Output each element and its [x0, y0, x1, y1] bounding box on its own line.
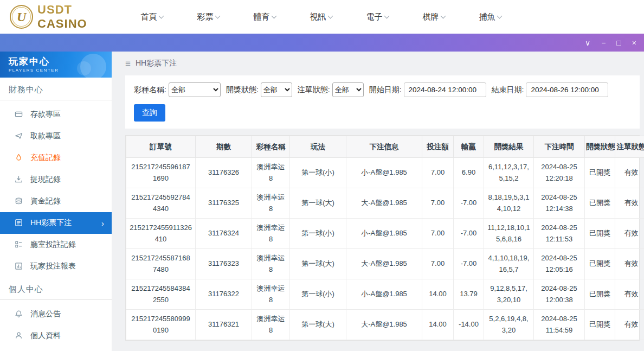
table-cell: 澳洲幸运8 — [252, 219, 290, 249]
table-cell: 第一球(小) — [290, 279, 346, 310]
sidebar-item-cashout[interactable]: 提現記錄 — [0, 169, 112, 190]
recharge-icon — [15, 154, 23, 162]
window-title-bar: ∨ − □ × — [0, 34, 644, 52]
table-cell: 2024-08-25 12:14:38 — [534, 188, 585, 219]
table-cell: 大-A盤@1.985 — [346, 188, 422, 219]
table-header-cell: 注單狀態 — [615, 136, 644, 158]
nav-item[interactable]: 棋牌 — [405, 12, 462, 22]
table-cell: 2152172455927844340 — [126, 188, 196, 219]
sidebar-section-title: 財務中心 — [0, 78, 112, 100]
table-header-cell: 訂單號 — [126, 136, 196, 158]
table-body: 215217245596187169031176326澳洲幸运8第一球(小)小-… — [126, 158, 644, 340]
table-header-cell: 彩種名稱 — [252, 136, 290, 158]
filter-field: 結束日期: — [492, 82, 609, 97]
funds-icon — [15, 197, 23, 206]
table-header-row: 訂單號期數彩種名稱玩法下注信息投注額輸贏開獎結果下注時間開獎狀態注單狀態 — [126, 136, 644, 158]
filter-field: 開獎狀態:全部 — [226, 82, 292, 97]
filter-label: 結束日期: — [492, 85, 524, 95]
window-controls: ∨ − □ × — [585, 39, 636, 47]
sidebar-item-withdraw[interactable]: 取款專區 — [0, 125, 112, 147]
sidebar-item-lottery[interactable]: HH彩票下注› — [0, 212, 112, 234]
table-cell: 14.00 — [422, 279, 454, 310]
table-cell: 有效 — [615, 158, 644, 188]
table-cell: 有效 — [615, 219, 644, 249]
chevron-down-icon — [497, 14, 502, 19]
sidebar-item-bell[interactable]: 消息公告 — [0, 303, 112, 325]
logo-text: USDT CASINO — [37, 3, 124, 31]
filter-field: 開始日期: — [369, 82, 486, 97]
table-cell: 第一球(大) — [290, 249, 346, 279]
sidebar-item-report[interactable]: 玩家投注報表 — [0, 256, 112, 277]
table-cell: 澳洲幸运8 — [252, 158, 290, 188]
nav-item[interactable]: 體育 — [236, 12, 293, 22]
table-cell: 31176324 — [196, 219, 252, 249]
end-date-input[interactable] — [526, 82, 608, 97]
table-header-cell: 玩法 — [290, 136, 346, 158]
table-cell: 6,11,12,3,17,5,15,2 — [484, 158, 534, 188]
sidebar: 玩家中心 PLAYERS CENTER 財務中心存款專區取款專區充值記錄提現記錄… — [0, 52, 112, 351]
chevron-down-icon — [327, 14, 333, 19]
close-icon[interactable]: × — [632, 39, 636, 47]
bet-status-select[interactable]: 全部 — [332, 82, 364, 97]
start-date-input[interactable] — [404, 82, 486, 97]
nav-item-label: 電子 — [366, 12, 383, 22]
sidebar-item-recharge[interactable]: 充值記錄 — [0, 147, 112, 169]
lottery-name-select[interactable]: 全部 — [169, 82, 221, 97]
nav-item[interactable]: 捕魚 — [462, 12, 518, 22]
sidebar-item-user[interactable]: 個人資料 — [0, 325, 112, 347]
minimize-icon[interactable]: − — [601, 39, 606, 47]
draw-status-select[interactable]: 全部 — [261, 82, 292, 97]
table-cell: 已開獎 — [585, 249, 615, 279]
table-cell: 2024-08-25 12:11:53 — [534, 219, 585, 249]
hamburger-menu-icon[interactable]: ≡ — [125, 59, 131, 68]
sidebar-item-label: 資金記錄 — [30, 196, 61, 206]
table-row: 215217245580999019031176321澳洲幸运8第一球(大)大-… — [126, 310, 644, 340]
table-cell: 第一球(大) — [290, 188, 346, 219]
table-cell: 5,2,6,19,4,8,3,20 — [484, 310, 534, 340]
chevron-down-icon — [215, 14, 220, 19]
table-cell: 2024-08-25 12:00:38 — [534, 279, 585, 310]
table-header-cell: 開獎狀態 — [585, 136, 615, 158]
table-header-cell: 下注時間 — [534, 136, 585, 158]
sidebar-item-hall[interactable]: 廳室投註記錄 — [0, 234, 112, 256]
nav-item[interactable]: 彩票 — [180, 12, 236, 22]
sidebar-item-label: 玩家投注報表 — [30, 261, 76, 271]
main-nav: 首頁彩票體育視訊電子棋牌捕魚 — [124, 12, 634, 22]
sidebar-menu: 財務中心存款專區取款專區充值記錄提現記錄資金記錄HH彩票下注›廳室投註記錄玩家投… — [0, 78, 112, 347]
table-cell: 有效 — [615, 188, 644, 219]
sidebar-item-label: 消息公告 — [30, 309, 61, 319]
sidebar-item-deposit[interactable]: 存款專區 — [0, 104, 112, 125]
nav-item[interactable]: 首頁 — [124, 12, 180, 22]
nav-item-label: 首頁 — [141, 12, 157, 22]
nav-item[interactable]: 視訊 — [293, 12, 349, 22]
table-header-cell: 輸贏 — [454, 136, 484, 158]
table-cell: 2152172455809990190 — [126, 310, 196, 340]
table-cell: 小-A盤@1.985 — [346, 279, 422, 310]
table-cell: 有效 — [615, 249, 644, 279]
table-cell: 2152172455911326410 — [126, 219, 196, 249]
chevron-right-icon: › — [101, 219, 104, 228]
table-cell: 8,18,19,5,3,14,10,12 — [484, 188, 534, 219]
table-cell: 13.79 — [454, 279, 484, 310]
table-cell: 2152172455871687480 — [126, 249, 196, 279]
sidebar-title: 玩家中心 — [9, 55, 112, 68]
nav-item[interactable]: 電子 — [349, 12, 405, 22]
chevron-down-icon — [271, 14, 276, 19]
table-cell: 有效 — [615, 279, 644, 310]
table-row: 215217245587168748031176323澳洲幸运8第一球(大)大-… — [126, 249, 644, 279]
search-button[interactable]: 查詢 — [134, 104, 165, 122]
table-cell: 有效 — [615, 310, 644, 340]
top-nav: U USDT CASINO 首頁彩票體育視訊電子棋牌捕魚 — [0, 0, 644, 34]
table-cell: 31176321 — [196, 310, 252, 340]
table-cell: 7.00 — [422, 249, 454, 279]
sidebar-item-label: 取款專區 — [30, 131, 61, 141]
table-cell: 2024-08-25 12:20:18 — [534, 158, 585, 188]
collapse-icon[interactable]: ∨ — [585, 39, 590, 47]
maximize-icon[interactable]: □ — [616, 39, 621, 47]
lottery-icon — [15, 219, 23, 227]
sidebar-item-funds[interactable]: 資金記錄 — [0, 190, 112, 212]
table-cell: 小-A盤@1.985 — [346, 219, 422, 249]
sidebar-header: 玩家中心 PLAYERS CENTER — [0, 52, 112, 78]
sidebar-item-label: 廳室投註記錄 — [30, 240, 76, 250]
breadcrumb: ≡ HH彩票下注 — [112, 52, 644, 74]
